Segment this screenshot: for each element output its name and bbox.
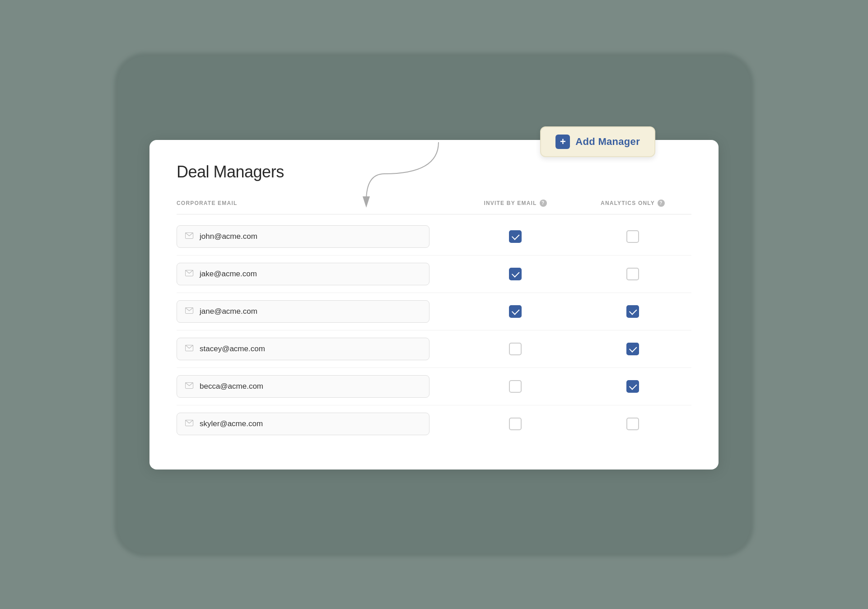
col-header-analytics: ANALYTICS ONLY ? — [574, 200, 691, 207]
email-text: becca@acme.com — [200, 382, 263, 391]
table-body: john@acme.com jake@acme.com jane@acme.co… — [177, 218, 691, 442]
add-manager-button-container: + Add Manager — [540, 126, 655, 157]
outer-background: + Add Manager Deal Managers CORPORATE EM… — [118, 56, 750, 553]
email-text: john@acme.com — [200, 232, 257, 241]
analytics-checkbox-cell-3 — [574, 343, 691, 355]
table-row: stacey@acme.com — [177, 330, 691, 368]
email-field-5: skyler@acme.com — [177, 413, 429, 435]
table-row: skyler@acme.com — [177, 405, 691, 442]
email-text: skyler@acme.com — [200, 419, 263, 428]
email-text: jake@acme.com — [200, 270, 257, 279]
invite-checkbox-0[interactable] — [509, 230, 522, 243]
invite-checkbox-5[interactable] — [509, 418, 522, 430]
mail-icon — [185, 382, 193, 391]
mail-icon — [185, 420, 193, 428]
add-manager-label: Add Manager — [575, 136, 640, 148]
analytics-checkbox-cell-0 — [574, 230, 691, 243]
table-row: jane@acme.com — [177, 293, 691, 330]
email-field-2: jane@acme.com — [177, 300, 429, 323]
invite-checkbox-cell-5 — [457, 418, 574, 430]
invite-checkbox-cell-4 — [457, 380, 574, 393]
plus-icon: + — [555, 135, 570, 149]
analytics-checkbox-2[interactable] — [626, 305, 639, 318]
mail-icon — [185, 345, 193, 353]
add-manager-button[interactable]: + Add Manager — [540, 126, 655, 157]
mail-icon — [185, 232, 193, 241]
invite-checkbox-2[interactable] — [509, 305, 522, 318]
arrow-pointer — [330, 138, 448, 212]
analytics-checkbox-1[interactable] — [626, 268, 639, 280]
invite-checkbox-cell-2 — [457, 305, 574, 318]
email-field-1: jake@acme.com — [177, 263, 429, 285]
mail-icon — [185, 307, 193, 316]
main-card: + Add Manager Deal Managers CORPORATE EM… — [149, 140, 719, 470]
analytics-checkbox-5[interactable] — [626, 418, 639, 430]
invite-checkbox-4[interactable] — [509, 380, 522, 393]
mail-icon — [185, 270, 193, 278]
table-row: jake@acme.com — [177, 256, 691, 293]
svg-marker-0 — [363, 196, 370, 208]
analytics-checkbox-4[interactable] — [626, 380, 639, 393]
invite-help-icon[interactable]: ? — [540, 200, 547, 207]
email-field-3: stacey@acme.com — [177, 338, 429, 360]
email-text: jane@acme.com — [200, 307, 257, 316]
analytics-checkbox-cell-1 — [574, 268, 691, 280]
table-row: becca@acme.com — [177, 368, 691, 405]
analytics-checkbox-cell-2 — [574, 305, 691, 318]
email-field-4: becca@acme.com — [177, 375, 429, 398]
analytics-checkbox-3[interactable] — [626, 343, 639, 355]
analytics-help-icon[interactable]: ? — [658, 200, 665, 207]
invite-checkbox-cell-0 — [457, 230, 574, 243]
col-header-invite: INVITE BY EMAIL ? — [457, 200, 574, 207]
email-field-0: john@acme.com — [177, 225, 429, 248]
invite-checkbox-1[interactable] — [509, 268, 522, 280]
table-row: john@acme.com — [177, 218, 691, 256]
analytics-checkbox-cell-4 — [574, 380, 691, 393]
invite-checkbox-3[interactable] — [509, 343, 522, 355]
invite-checkbox-cell-3 — [457, 343, 574, 355]
email-text: stacey@acme.com — [200, 344, 265, 353]
analytics-checkbox-0[interactable] — [626, 230, 639, 243]
analytics-checkbox-cell-5 — [574, 418, 691, 430]
invite-checkbox-cell-1 — [457, 268, 574, 280]
